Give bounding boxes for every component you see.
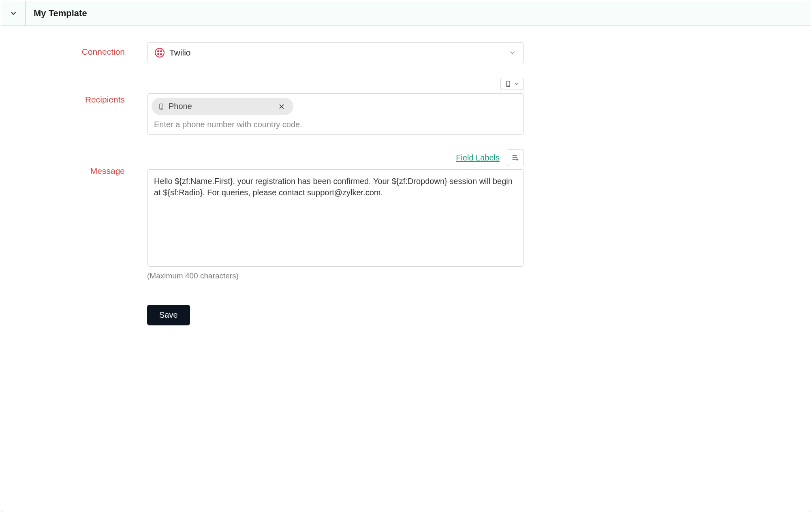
recipient-type-dropdown[interactable] [500,78,524,90]
phone-icon [505,81,511,87]
recipients-placeholder: Enter a phone number with country code. [152,115,519,130]
connection-selected-value: Twilio [169,48,191,58]
twilio-icon [155,48,165,58]
chevron-down-icon [509,49,516,56]
connection-label: Connection [42,42,147,57]
panel-header: My Template [1,1,811,26]
message-textarea[interactable] [147,169,524,267]
close-icon [278,103,285,110]
message-label: Message [42,149,147,176]
recipients-label: Recipients [42,78,147,105]
remove-recipient-button[interactable] [276,103,287,110]
recipient-chip-label: Phone [169,102,272,111]
connection-select[interactable]: Twilio [147,42,524,63]
collapse-toggle[interactable] [1,1,26,26]
recipients-input-box[interactable]: Phone Enter a phone number with country … [147,93,524,135]
message-hint: (Maximum 400 characters) [147,271,524,280]
field-labels-link[interactable]: Field Labels [456,153,500,162]
insert-field-button[interactable] [507,149,524,166]
save-button[interactable]: Save [147,305,190,325]
chevron-down-icon [9,9,17,17]
chevron-down-icon [514,81,519,87]
recipient-chip: Phone [152,98,293,115]
phone-icon [158,103,165,110]
list-add-icon [511,154,519,162]
page-title: My Template [26,8,87,19]
